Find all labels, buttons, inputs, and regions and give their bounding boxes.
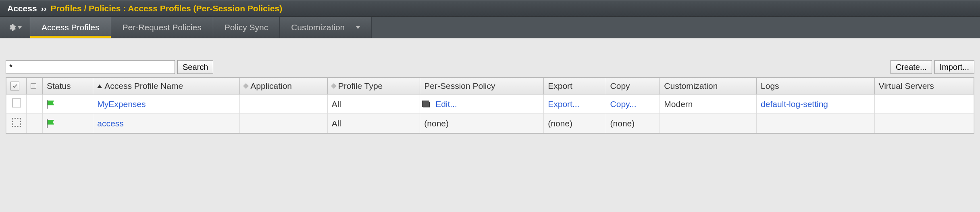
profile-name-link[interactable]: access	[97, 119, 123, 128]
column-per-session[interactable]: Per-Session Policy	[420, 78, 544, 94]
column-name[interactable]: Access Profile Name	[93, 78, 240, 94]
cell-per-session: Edit...	[420, 94, 544, 114]
data-grid: Status Access Profile Name Application P…	[6, 77, 974, 134]
flag-icon	[47, 120, 55, 126]
chevron-down-icon	[31, 83, 36, 89]
tab-customization[interactable]: Customization	[280, 17, 372, 38]
profile-name-link[interactable]: MyExpenses	[97, 99, 146, 109]
tab-label: Access Profiles	[42, 23, 100, 32]
tab-per-request-policies[interactable]: Per-Request Policies	[111, 17, 213, 38]
sort-asc-icon	[97, 84, 102, 88]
tabs-bar: Access Profiles Per-Request Policies Pol…	[0, 17, 980, 38]
cell-customization	[660, 114, 757, 133]
edit-icon	[423, 102, 430, 107]
cell-logs	[757, 114, 874, 133]
settings-gear-button[interactable]	[0, 17, 30, 38]
breadcrumb: Access ›› Profiles / Policies : Access P…	[0, 0, 980, 17]
create-button[interactable]: Create...	[891, 60, 932, 74]
tab-label: Customization	[291, 23, 345, 32]
cell-profile-type: All	[327, 94, 420, 114]
sort-icon	[331, 83, 337, 89]
edit-policy-link[interactable]: Edit...	[435, 99, 457, 109]
search-input[interactable]	[6, 60, 175, 74]
cell-virtual-servers	[874, 94, 974, 114]
column-profile-type[interactable]: Profile Type	[327, 78, 420, 94]
chevron-down-icon	[356, 26, 360, 29]
gear-icon	[8, 23, 16, 31]
column-application[interactable]: Application	[240, 78, 327, 94]
cell-profile-type: All	[327, 114, 420, 133]
tab-access-profiles[interactable]: Access Profiles	[30, 17, 111, 38]
column-virtual-servers[interactable]: Virtual Servers	[874, 78, 974, 94]
cell-per-session: (none)	[420, 114, 544, 133]
tab-policy-sync[interactable]: Policy Sync	[213, 17, 280, 38]
table-header-row: Status Access Profile Name Application P…	[6, 78, 974, 94]
cell-virtual-servers	[874, 114, 974, 133]
export-link[interactable]: Export...	[548, 99, 579, 109]
column-status[interactable]: Status	[43, 78, 93, 94]
toolbar: Search Create... Import...	[0, 38, 980, 77]
breadcrumb-separator: ››	[41, 4, 47, 13]
logs-link[interactable]: default-log-setting	[761, 99, 828, 109]
cell-export: (none)	[544, 114, 606, 133]
cell-customization: Modern	[660, 94, 757, 114]
column-copy[interactable]: Copy	[606, 78, 660, 94]
tab-label: Per-Request Policies	[123, 23, 202, 32]
cell-copy: (none)	[606, 114, 660, 133]
import-button[interactable]: Import...	[934, 60, 974, 74]
breadcrumb-root[interactable]: Access	[7, 4, 37, 13]
cell-application	[240, 114, 327, 133]
row-checkbox[interactable]	[12, 99, 21, 107]
sort-icon	[243, 83, 249, 89]
column-customization[interactable]: Customization	[660, 78, 757, 94]
flag-icon	[47, 101, 55, 107]
column-select-all[interactable]	[6, 78, 27, 94]
column-logs[interactable]: Logs	[757, 78, 874, 94]
table-row: MyExpenses All Edit... Export... Copy...…	[6, 94, 974, 114]
breadcrumb-path: Profiles / Policies : Access Profiles (P…	[51, 4, 283, 13]
row-checkbox[interactable]	[12, 118, 21, 127]
table-row: access All (none) (none) (none)	[6, 114, 974, 133]
checkbox-icon	[10, 82, 19, 90]
column-export[interactable]: Export	[544, 78, 606, 94]
tab-label: Policy Sync	[225, 23, 268, 32]
copy-link[interactable]: Copy...	[610, 99, 637, 109]
chevron-down-icon	[18, 26, 22, 29]
search-button[interactable]: Search	[177, 60, 213, 74]
cell-application	[240, 94, 327, 114]
column-filter-dropdown[interactable]	[27, 78, 43, 94]
